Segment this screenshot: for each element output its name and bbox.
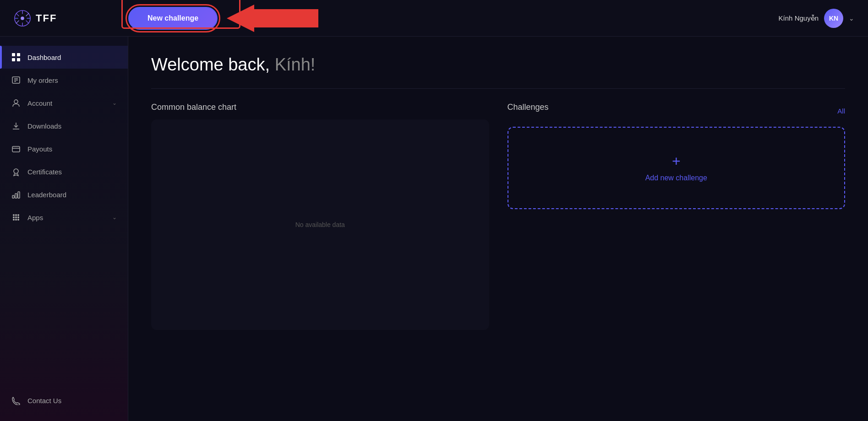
welcome-name: Kính! (275, 55, 316, 74)
challenges-section: Challenges All + Add new challenge (508, 103, 846, 330)
sidebar-item-apps[interactable]: Apps ⌄ (0, 206, 128, 229)
grid-icon (11, 52, 21, 62)
sidebar-label-apps: Apps (27, 214, 106, 221)
add-challenge-label: Add new challenge (645, 174, 707, 182)
contact-icon (11, 395, 21, 405)
sidebar-label-dashboard: Dashboard (27, 54, 117, 61)
sidebar-label-account: Account (27, 99, 106, 107)
sidebar: Dashboard My orders Account ⌄ (0, 37, 128, 421)
svg-point-35 (13, 219, 15, 221)
svg-rect-14 (17, 58, 20, 61)
welcome-text: Welcome back, (151, 55, 270, 74)
challenges-all-link[interactable]: All (837, 107, 845, 115)
svg-line-8 (26, 13, 29, 16)
download-icon (11, 121, 21, 131)
apps-chevron-icon: ⌄ (112, 214, 117, 221)
svg-point-32 (13, 216, 15, 218)
sidebar-label-certificates: Certificates (27, 168, 117, 176)
new-challenge-area: New challenge (128, 5, 318, 32)
user-avatar[interactable]: KN (824, 9, 843, 28)
logo-area: TFF (14, 10, 115, 27)
svg-point-33 (15, 216, 17, 218)
arrow-svg (227, 5, 318, 32)
logo-text: TFF (36, 12, 57, 24)
new-challenge-button[interactable]: New challenge (128, 7, 218, 30)
sidebar-label-downloads: Downloads (27, 122, 117, 130)
add-icon: + (672, 154, 681, 168)
header-left: TFF New challenge (14, 5, 318, 32)
top-header: TFF New challenge Kính Nguyễn KN ⌄ (0, 0, 868, 37)
main-area: Dashboard My orders Account ⌄ (0, 37, 868, 421)
account-icon (11, 98, 21, 108)
sidebar-item-my-orders[interactable]: My orders (0, 69, 128, 92)
account-chevron-icon: ⌄ (112, 100, 117, 106)
sidebar-label-payouts: Payouts (27, 145, 117, 153)
dashboard-grid: Common balance chart No available data C… (151, 103, 845, 330)
user-name: Kính Nguyễn (779, 14, 819, 22)
balance-chart-section: Common balance chart No available data (151, 103, 489, 330)
svg-rect-22 (12, 146, 20, 152)
user-menu-chevron[interactable]: ⌄ (849, 15, 854, 22)
svg-rect-12 (17, 53, 20, 56)
svg-line-9 (16, 20, 19, 23)
balance-chart-title: Common balance chart (151, 103, 489, 112)
svg-point-30 (15, 214, 17, 216)
svg-point-29 (13, 214, 15, 216)
arrow-annotation (227, 5, 318, 32)
svg-rect-13 (12, 58, 15, 61)
svg-point-24 (14, 169, 18, 173)
svg-point-31 (17, 214, 19, 216)
payouts-icon (11, 144, 21, 154)
main-content: Welcome back, Kính! Common balance chart… (128, 37, 868, 421)
challenges-header: Challenges All (508, 103, 846, 119)
apps-icon (11, 212, 21, 222)
leaderboard-icon (11, 189, 21, 200)
welcome-title: Welcome back, Kính! (151, 55, 845, 75)
sidebar-label-contact-us: Contact Us (27, 397, 117, 405)
svg-point-37 (17, 219, 19, 221)
svg-rect-26 (12, 195, 14, 198)
svg-rect-11 (12, 53, 15, 56)
sidebar-item-certificates[interactable]: Certificates (0, 160, 128, 183)
svg-line-6 (16, 13, 19, 16)
chart-container: No available data (151, 119, 489, 330)
svg-line-7 (26, 20, 29, 23)
sidebar-label-my-orders: My orders (27, 76, 117, 84)
sidebar-item-contact-us[interactable]: Contact Us (0, 389, 128, 412)
no-data-label: No available data (295, 221, 345, 228)
svg-point-36 (15, 219, 17, 221)
sidebar-spacer (0, 229, 128, 389)
add-challenge-card[interactable]: + Add new challenge (508, 127, 846, 209)
svg-rect-27 (15, 194, 17, 198)
svg-point-19 (14, 100, 18, 103)
content-divider (151, 88, 845, 89)
sidebar-item-payouts[interactable]: Payouts (0, 137, 128, 160)
sidebar-item-dashboard[interactable]: Dashboard (0, 46, 128, 69)
orders-icon (11, 75, 21, 85)
sidebar-item-leaderboard[interactable]: Leaderboard (0, 183, 128, 206)
svg-rect-28 (18, 192, 20, 198)
svg-marker-10 (227, 5, 318, 32)
sidebar-item-account[interactable]: Account ⌄ (0, 92, 128, 114)
logo-icon (14, 10, 31, 27)
svg-point-1 (21, 16, 24, 20)
sidebar-label-leaderboard: Leaderboard (27, 191, 117, 199)
header-right: Kính Nguyễn KN ⌄ (779, 9, 854, 28)
challenges-title: Challenges (508, 103, 549, 112)
svg-point-34 (17, 216, 19, 218)
certificates-icon (11, 167, 21, 177)
sidebar-item-downloads[interactable]: Downloads (0, 114, 128, 137)
